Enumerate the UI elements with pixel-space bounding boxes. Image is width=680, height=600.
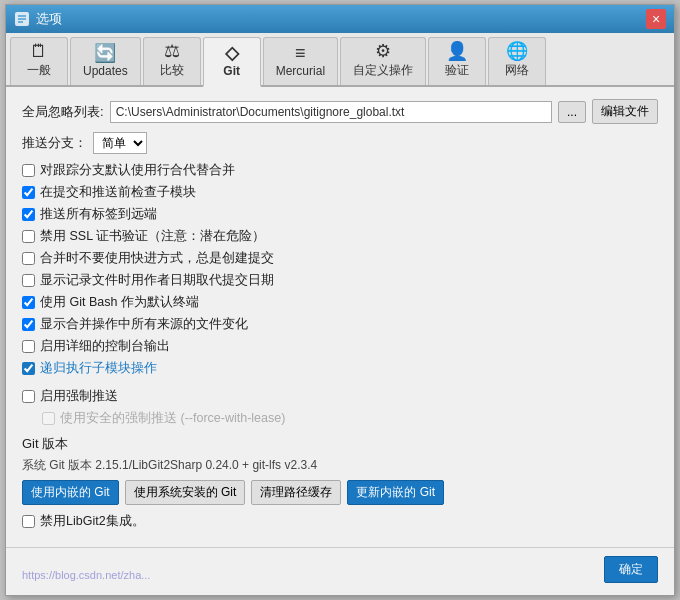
- checkbox-row-7: 使用 Git Bash 作为默认终端: [22, 294, 658, 311]
- auth-icon: 👤: [446, 42, 468, 60]
- checkbox-ssl[interactable]: [22, 230, 35, 243]
- checkbox-push-tags[interactable]: [22, 208, 35, 221]
- use-builtin-git-button[interactable]: 使用内嵌的 Git: [22, 480, 119, 505]
- checkbox-ssl-label: 禁用 SSL 证书验证（注意：潜在危险）: [40, 228, 265, 245]
- global-ignore-row: 全局忽略列表: ... 编辑文件: [22, 99, 658, 124]
- push-branch-row: 推送分支： 简单: [22, 132, 658, 154]
- checkbox-row-9: 启用详细的控制台输出: [22, 338, 658, 355]
- title-bar-left: 选项: [14, 10, 62, 28]
- tab-mercurial[interactable]: ≡ Mercurial: [263, 37, 338, 85]
- checkbox-row-8: 显示合并操作中所有来源的文件变化: [22, 316, 658, 333]
- checkbox-git-bash-label: 使用 Git Bash 作为默认终端: [40, 294, 199, 311]
- checkbox-row-1: 对跟踪分支默认使用行合代替合并: [22, 162, 658, 179]
- checkbox-row-2: 在提交和推送前检查子模块: [22, 184, 658, 201]
- tab-custom-label: 自定义操作: [353, 62, 413, 79]
- checkboxes-group: 对跟踪分支默认使用行合代替合并 在提交和推送前检查子模块 推送所有标签到远端 禁…: [22, 162, 658, 377]
- checkbox-row-10: 递归执行子模块操作: [22, 360, 658, 377]
- checkbox-merge-changes[interactable]: [22, 318, 35, 331]
- tab-general[interactable]: 🗒 一般: [10, 37, 68, 85]
- watermark: https://blog.csdn.net/zha...: [22, 569, 150, 581]
- checkbox-verbose-label: 启用详细的控制台输出: [40, 338, 170, 355]
- checkbox-row-4: 禁用 SSL 证书验证（注意：潜在危险）: [22, 228, 658, 245]
- title-bar: 选项 ×: [6, 5, 674, 33]
- mercurial-icon: ≡: [295, 44, 306, 62]
- update-builtin-git-button[interactable]: 更新内嵌的 Git: [347, 480, 444, 505]
- tab-custom[interactable]: ⚙ 自定义操作: [340, 37, 426, 85]
- compare-icon: ⚖: [164, 42, 180, 60]
- clear-path-cache-button[interactable]: 清理路径缓存: [251, 480, 341, 505]
- close-button[interactable]: ×: [646, 9, 666, 29]
- tab-compare[interactable]: ⚖ 比较: [143, 37, 201, 85]
- checkbox-verbose[interactable]: [22, 340, 35, 353]
- checkbox-author-date-label: 显示记录文件时用作者日期取代提交日期: [40, 272, 274, 289]
- tab-mercurial-label: Mercurial: [276, 64, 325, 78]
- checkbox-git-bash[interactable]: [22, 296, 35, 309]
- use-system-git-button[interactable]: 使用系统安装的 Git: [125, 480, 246, 505]
- push-branch-label: 推送分支：: [22, 134, 87, 152]
- tab-updates[interactable]: 🔄 Updates: [70, 37, 141, 85]
- checkbox-recursive-submodule[interactable]: [22, 362, 35, 375]
- tab-general-label: 一般: [27, 62, 51, 79]
- checkbox-no-ff[interactable]: [22, 252, 35, 265]
- disable-libgit2-label: 禁用LibGit2集成。: [40, 513, 145, 530]
- checkbox-merge-changes-label: 显示合并操作中所有来源的文件变化: [40, 316, 248, 333]
- tab-auth[interactable]: 👤 验证: [428, 37, 486, 85]
- custom-icon: ⚙: [375, 42, 391, 60]
- checkbox-force-push-lease[interactable]: [42, 412, 55, 425]
- disable-libgit2-row: 禁用LibGit2集成。: [22, 513, 658, 530]
- checkbox-row-3: 推送所有标签到远端: [22, 206, 658, 223]
- checkbox-rebase[interactable]: [22, 164, 35, 177]
- force-push-lease-label: 使用安全的强制推送 (--force-with-lease): [60, 410, 285, 427]
- content-area: 全局忽略列表: ... 编辑文件 推送分支： 简单 对跟踪分支默认使用行合代替合…: [6, 87, 674, 547]
- checkbox-rebase-label: 对跟踪分支默认使用行合代替合并: [40, 162, 235, 179]
- checkbox-no-ff-label: 合并时不要使用快进方式，总是创建提交: [40, 250, 274, 267]
- git-version-heading: Git 版本: [22, 435, 658, 453]
- network-icon: 🌐: [506, 42, 528, 60]
- checkbox-row-6: 显示记录文件时用作者日期取代提交日期: [22, 272, 658, 289]
- tab-updates-label: Updates: [83, 64, 128, 78]
- window-icon: [14, 11, 30, 27]
- checkbox-force-push[interactable]: [22, 390, 35, 403]
- force-push-lease-row: 使用安全的强制推送 (--force-with-lease): [22, 410, 658, 427]
- edit-file-button[interactable]: 编辑文件: [592, 99, 658, 124]
- checkbox-push-tags-label: 推送所有标签到远端: [40, 206, 157, 223]
- git-btn-group: 使用内嵌的 Git 使用系统安装的 Git 清理路径缓存 更新内嵌的 Git: [22, 480, 658, 505]
- checkbox-row-5: 合并时不要使用快进方式，总是创建提交: [22, 250, 658, 267]
- ok-button[interactable]: 确定: [604, 556, 658, 583]
- tab-network-label: 网络: [505, 62, 529, 79]
- git-version-text: 系统 Git 版本 2.15.1/LibGit2Sharp 0.24.0 + g…: [22, 457, 658, 474]
- tab-git[interactable]: ◇ Git: [203, 37, 261, 87]
- general-icon: 🗒: [30, 42, 48, 60]
- global-ignore-label: 全局忽略列表:: [22, 103, 104, 121]
- checkbox-recursive-submodule-label: 递归执行子模块操作: [40, 360, 157, 377]
- browse-button[interactable]: ...: [558, 101, 586, 123]
- checkbox-submodule-check[interactable]: [22, 186, 35, 199]
- checkbox-submodule-check-label: 在提交和推送前检查子模块: [40, 184, 196, 201]
- tab-git-label: Git: [223, 64, 240, 78]
- force-push-label: 启用强制推送: [40, 388, 118, 405]
- checkbox-author-date[interactable]: [22, 274, 35, 287]
- window-title: 选项: [36, 10, 62, 28]
- force-push-row: 启用强制推送: [22, 388, 658, 405]
- tab-compare-label: 比较: [160, 62, 184, 79]
- tab-auth-label: 验证: [445, 62, 469, 79]
- git-version-section: Git 版本 系统 Git 版本 2.15.1/LibGit2Sharp 0.2…: [22, 435, 658, 530]
- tab-bar: 🗒 一般 🔄 Updates ⚖ 比较 ◇ Git ≡ Mercurial ⚙ …: [6, 33, 674, 87]
- tab-network[interactable]: 🌐 网络: [488, 37, 546, 85]
- updates-icon: 🔄: [94, 44, 116, 62]
- push-branch-select[interactable]: 简单: [93, 132, 147, 154]
- options-window: 选项 × 🗒 一般 🔄 Updates ⚖ 比较 ◇ Git ≡ Mercuri…: [5, 4, 675, 596]
- footer: https://blog.csdn.net/zha... 确定: [6, 547, 674, 595]
- checkbox-disable-libgit2[interactable]: [22, 515, 35, 528]
- global-ignore-input[interactable]: [110, 101, 552, 123]
- git-icon: ◇: [225, 44, 239, 62]
